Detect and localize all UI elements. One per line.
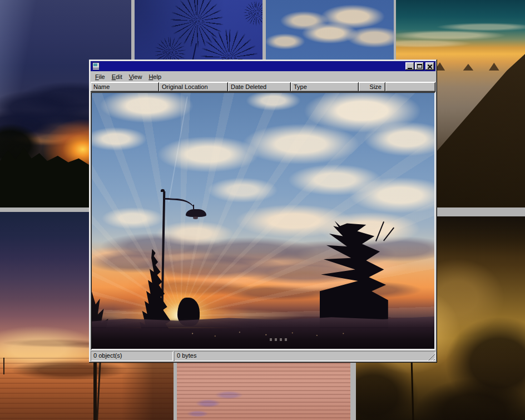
water-stick [3, 358, 4, 374]
column-header-date-deleted[interactable]: Date Deleted [228, 82, 291, 92]
desktop: File Edit View Help Name Original Locati… [0, 0, 525, 420]
monitor-base [93, 68, 99, 70]
flower-umbel [244, 1, 262, 26]
window-icon [92, 62, 100, 70]
menu-file[interactable]: File [92, 72, 108, 81]
menu-view[interactable]: View [126, 72, 146, 81]
title-bar[interactable] [91, 61, 435, 71]
minimize-icon [408, 68, 412, 69]
column-header-filler [385, 82, 435, 92]
sunset-streetlamp-photo [92, 93, 434, 349]
maximize-icon [417, 64, 422, 68]
status-bytes: 0 bytes [174, 351, 435, 361]
status-objects: 0 object(s) [91, 351, 173, 361]
status-bytes-text: 0 bytes [177, 352, 196, 359]
column-header-type[interactable]: Type [291, 82, 359, 92]
resize-grip-icon[interactable] [428, 353, 435, 360]
reed-stem [411, 359, 414, 420]
menu-bar: File Edit View Help [91, 71, 435, 82]
maximize-button[interactable] [415, 62, 424, 70]
close-button[interactable] [425, 62, 434, 70]
street-lamp-bulb [193, 216, 198, 219]
menu-help[interactable]: Help [145, 72, 165, 81]
column-headers: Name Original Location Date Deleted Type… [91, 82, 435, 92]
recycle-bin-window: File Edit View Help Name Original Locati… [89, 60, 437, 363]
status-bar: 0 object(s) 0 bytes [91, 350, 435, 361]
minimize-button[interactable] [405, 62, 414, 70]
building-lights [270, 338, 288, 341]
column-header-size[interactable]: Size [359, 82, 385, 92]
close-icon [427, 64, 433, 69]
column-header-name[interactable]: Name [91, 82, 159, 92]
street-lamp-cap [161, 189, 165, 192]
menu-edit[interactable]: Edit [108, 72, 126, 81]
file-list-area[interactable] [91, 92, 435, 350]
water-surface [0, 358, 174, 420]
window-controls [405, 62, 434, 70]
column-header-original-location[interactable]: Original Location [159, 82, 228, 92]
monitor-screen [93, 63, 97, 66]
street-lamp-shade [186, 209, 206, 217]
